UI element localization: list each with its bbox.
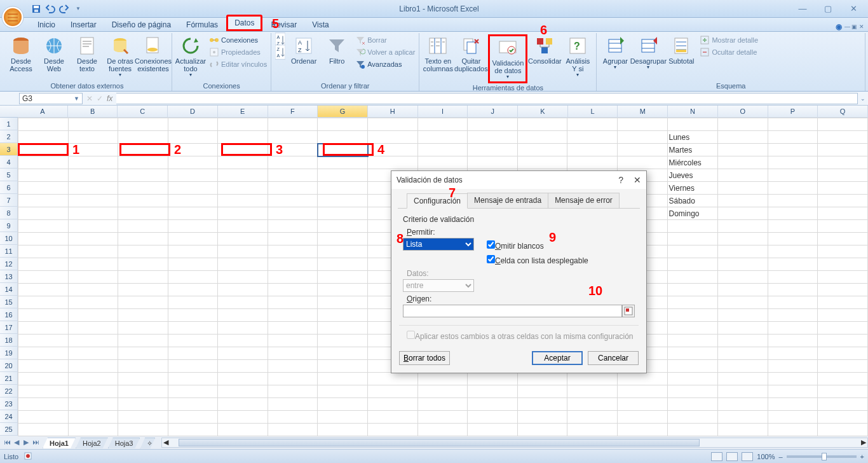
column-header-I[interactable]: I [418,106,468,118]
cell-C3[interactable] [118,144,168,156]
cell-Q19[interactable] [818,347,868,360]
tab-nav-prev-icon[interactable]: ◀ [12,438,21,446]
cell-F6[interactable] [268,182,318,195]
cell-Q8[interactable] [818,207,868,220]
cell-L21[interactable] [567,373,618,385]
cell-L3[interactable] [567,144,618,156]
cell-O4[interactable] [718,156,768,169]
tab-datos[interactable]: Datos [226,15,262,31]
cell-P21[interactable] [768,373,818,385]
cell-P4[interactable] [768,156,818,169]
cell-O8[interactable] [718,207,768,220]
cell-B1[interactable] [68,118,118,131]
cell-B21[interactable] [68,373,118,385]
cell-K24[interactable] [517,411,567,424]
cell-B7[interactable] [68,195,118,207]
row-header-5[interactable]: 5 [0,169,18,181]
cell-F3[interactable] [268,144,318,156]
cell-B10[interactable] [68,233,118,245]
cell-O10[interactable] [718,233,768,245]
cell-P19[interactable] [768,347,818,360]
cell-N25[interactable] [667,424,718,436]
cell-E7[interactable] [218,195,268,207]
cell-F18[interactable] [268,335,318,347]
cell-N12[interactable] [667,258,718,271]
tab-nav-next-icon[interactable]: ▶ [22,438,31,446]
cell-F8[interactable] [268,207,318,220]
cell-D19[interactable] [168,347,218,360]
cell-F7[interactable] [268,195,318,207]
cell-F25[interactable] [268,424,318,436]
cell-D2[interactable] [168,131,218,144]
cell-D11[interactable] [168,245,218,258]
cell-P25[interactable] [768,424,818,436]
cell-P18[interactable] [768,335,818,347]
dialog-help-button[interactable]: ? [618,175,623,185]
validacion-datos-button[interactable]: Validación de datos▾ [488,34,527,83]
column-header-E[interactable]: E [218,106,268,118]
cell-M23[interactable] [617,398,667,411]
cell-P11[interactable] [768,245,818,258]
cell-D1[interactable] [168,118,218,131]
cell-N24[interactable] [667,411,718,424]
cell-C10[interactable] [118,233,168,245]
propiedades-button[interactable]: Propiedades [208,46,268,58]
cell-G10[interactable] [318,233,368,245]
cell-G13[interactable] [318,271,368,284]
row-header-14[interactable]: 14 [0,283,18,296]
cell-A16[interactable] [18,309,69,322]
cell-F15[interactable] [268,296,318,309]
cell-O19[interactable] [718,347,768,360]
sort-za-button[interactable]: ZA [274,46,287,58]
cell-O5[interactable] [718,169,768,182]
page-layout-view-button[interactable] [726,452,738,461]
cell-I25[interactable] [417,424,468,436]
cell-G21[interactable] [318,373,368,385]
page-break-view-button[interactable] [742,452,753,461]
cell-I1[interactable] [417,118,468,131]
cell-P24[interactable] [768,411,818,424]
cell-E9[interactable] [218,220,268,233]
cell-B6[interactable] [68,182,118,195]
cell-E24[interactable] [218,411,268,424]
minimize-ribbon-icon[interactable]: — ▣ ✕ [844,24,864,30]
row-header-3[interactable]: 3 [0,143,18,156]
cell-A24[interactable] [18,411,69,424]
row-header-15[interactable]: 15 [0,296,18,308]
cell-G5[interactable] [318,169,368,182]
cell-G11[interactable] [318,245,368,258]
cell-P16[interactable] [768,309,818,322]
column-header-D[interactable]: D [168,106,218,118]
cell-A22[interactable] [18,385,69,398]
cell-Q10[interactable] [818,233,868,245]
cell-P1[interactable] [768,118,818,131]
cell-A21[interactable] [18,373,69,385]
cell-C7[interactable] [118,195,168,207]
cell-E3[interactable] [218,144,268,156]
row-header-17[interactable]: 17 [0,321,18,334]
column-header-G[interactable]: G [318,106,368,118]
cell-L2[interactable] [567,131,618,144]
new-sheet-button[interactable]: ✧ [140,438,155,449]
cell-N14[interactable] [667,284,718,296]
dialog-tab-mensaje-entrada[interactable]: Mensaje de entrada [467,193,548,208]
column-header-C[interactable]: C [118,106,168,118]
cell-F5[interactable] [268,169,318,182]
cell-Q2[interactable] [818,131,868,144]
row-header-11[interactable]: 11 [0,245,18,258]
cell-H2[interactable] [368,131,418,144]
cell-Q23[interactable] [818,398,868,411]
dialog-tab-configuracion[interactable]: Configuración [407,193,468,209]
cell-E22[interactable] [218,385,268,398]
cell-K2[interactable] [517,131,567,144]
cell-G1[interactable] [318,118,368,131]
cell-C22[interactable] [118,385,168,398]
cell-F16[interactable] [268,309,318,322]
cell-Q20[interactable] [818,360,868,373]
cell-N11[interactable] [667,245,718,258]
chevron-down-icon[interactable]: ▼ [74,95,79,102]
cell-C4[interactable] [118,156,168,169]
row-header-4[interactable]: 4 [0,156,18,169]
row-header-13[interactable]: 13 [0,270,18,283]
cell-L25[interactable] [567,424,618,436]
